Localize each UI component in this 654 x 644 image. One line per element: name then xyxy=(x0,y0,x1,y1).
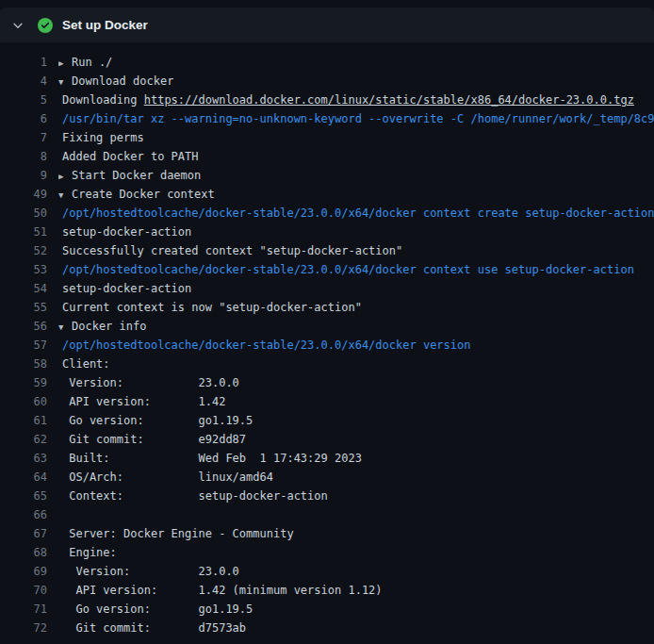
line-number[interactable]: 57 xyxy=(0,336,47,355)
triangle-down-icon[interactable]: ▼ xyxy=(58,73,68,91)
command-text: /opt/hostedtoolcache/docker-stable/23.0.… xyxy=(58,336,470,355)
log-text: API version: 1.42 (minimum version 1.12) xyxy=(58,581,383,600)
line-number[interactable]: 53 xyxy=(0,260,47,279)
line-number[interactable]: 63 xyxy=(0,449,47,468)
log-line: 71 Go version: go1.19.5 xyxy=(0,600,654,619)
line-number[interactable]: 54 xyxy=(0,279,47,298)
log-text: Server: Docker Engine - Community xyxy=(58,524,294,543)
log-line: 59 Version: 23.0.0 xyxy=(0,373,654,392)
log-text: Built: Wed Feb 1 17:43:29 2023 xyxy=(58,449,362,468)
log-text: API version: 1.42 xyxy=(58,392,225,411)
log-line: 57/opt/hostedtoolcache/docker-stable/23.… xyxy=(0,336,654,355)
line-number[interactable]: 52 xyxy=(0,241,47,260)
line-number[interactable]: 49 xyxy=(0,185,47,204)
log-line: 70 API version: 1.42 (minimum version 1.… xyxy=(0,581,654,600)
line-number[interactable]: 59 xyxy=(0,373,47,392)
line-number[interactable]: 6 xyxy=(0,109,47,128)
log-text xyxy=(58,505,62,524)
log-line: 5Downloading https://download.docker.com… xyxy=(0,91,654,109)
group-title: Create Docker context xyxy=(72,188,215,201)
log-line: 60 API version: 1.42 xyxy=(0,392,654,411)
line-number[interactable]: 58 xyxy=(0,355,47,373)
line-number[interactable]: 68 xyxy=(0,543,47,562)
log-line: 51setup-docker-action xyxy=(0,223,654,241)
log-line: 6/usr/bin/tar xz --warning=no-unknown-ke… xyxy=(0,109,654,128)
command-text: /usr/bin/tar xz --warning=no-unknown-key… xyxy=(58,109,654,128)
log-text: Context: setup-docker-action xyxy=(58,487,328,505)
line-number[interactable]: 72 xyxy=(0,619,47,637)
log-line: 66 xyxy=(0,505,654,524)
chevron-down-icon[interactable] xyxy=(11,19,25,32)
step-title: Set up Docker xyxy=(62,18,148,32)
log-line[interactable]: 1▶Run ./ xyxy=(0,53,654,72)
line-number[interactable]: 70 xyxy=(0,581,47,600)
log-line: 7Fixing perms xyxy=(0,128,654,147)
log-line: 53/opt/hostedtoolcache/docker-stable/23.… xyxy=(0,260,654,279)
log-line[interactable]: 9▶Start Docker daemon xyxy=(0,166,654,185)
log-line: 65 Context: setup-docker-action xyxy=(0,487,654,505)
line-number[interactable]: 64 xyxy=(0,468,47,487)
log-line: 62 Git commit: e92dd87 xyxy=(0,430,654,449)
log-line[interactable]: 49▼Create Docker context xyxy=(0,185,654,204)
line-number[interactable]: 1 xyxy=(0,53,47,72)
line-number[interactable]: 69 xyxy=(0,562,47,581)
log-line: 69 Version: 23.0.0 xyxy=(0,562,654,581)
line-number[interactable]: 55 xyxy=(0,298,47,317)
triangle-down-icon[interactable]: ▼ xyxy=(58,186,68,204)
log-text: OS/Arch: linux/amd64 xyxy=(58,468,273,487)
log-line[interactable]: 4▼Download docker xyxy=(0,72,654,91)
line-number[interactable]: 56 xyxy=(0,317,47,336)
line-number[interactable]: 8 xyxy=(0,147,47,166)
log-text: Fixing perms xyxy=(58,128,144,147)
line-number[interactable]: 7 xyxy=(0,128,47,147)
log-text: setup-docker-action xyxy=(58,279,191,298)
log-link[interactable]: https://download.docker.com/linux/static… xyxy=(144,93,634,107)
group-title: Run ./ xyxy=(72,56,112,69)
log-line: 63 Built: Wed Feb 1 17:43:29 2023 xyxy=(0,449,654,468)
log-text: Git commit: e92dd87 xyxy=(58,430,246,449)
log-line: 52Successfully created context "setup-do… xyxy=(0,241,654,260)
log-line[interactable]: 56▼Docker info xyxy=(0,317,654,336)
log-line: 72 Git commit: d7573ab xyxy=(0,619,654,637)
line-number[interactable]: 61 xyxy=(0,411,47,430)
step-header[interactable]: Set up Docker xyxy=(0,8,654,42)
log-text: Added Docker to PATH xyxy=(58,147,199,166)
triangle-down-icon[interactable]: ▼ xyxy=(58,318,68,336)
log-line: 64 OS/Arch: linux/amd64 xyxy=(0,468,654,487)
log-line: 58Client: xyxy=(0,355,654,373)
log-line: 50/opt/hostedtoolcache/docker-stable/23.… xyxy=(0,204,654,223)
command-text: /opt/hostedtoolcache/docker-stable/23.0.… xyxy=(58,204,654,223)
log-text: Go version: go1.19.5 xyxy=(58,411,253,430)
log-text: Current context is now "setup-docker-act… xyxy=(58,298,362,317)
line-number[interactable]: 50 xyxy=(0,204,47,223)
line-number[interactable]: 5 xyxy=(0,91,47,109)
log-text: Go version: go1.19.5 xyxy=(58,600,253,619)
log-line: 8Added Docker to PATH xyxy=(0,147,654,166)
triangle-right-icon[interactable]: ▶ xyxy=(58,54,68,72)
group-title: Docker info xyxy=(72,320,146,333)
line-number[interactable]: 60 xyxy=(0,392,47,411)
log-text: Version: 23.0.0 xyxy=(58,373,239,392)
log-line: 67 Server: Docker Engine - Community xyxy=(0,524,654,543)
line-number[interactable]: 65 xyxy=(0,487,47,505)
line-number[interactable]: 66 xyxy=(0,505,47,524)
log-line: 54setup-docker-action xyxy=(0,279,654,298)
command-text: /opt/hostedtoolcache/docker-stable/23.0.… xyxy=(58,260,634,279)
line-number[interactable]: 71 xyxy=(0,600,47,619)
success-check-icon xyxy=(38,18,53,33)
line-number[interactable]: 67 xyxy=(0,524,47,543)
log-container: 1▶Run ./4▼Download docker5Downloading ht… xyxy=(0,42,654,644)
line-number[interactable]: 4 xyxy=(0,72,47,91)
log-line: 68 Engine: xyxy=(0,543,654,562)
log-line: 55Current context is now "setup-docker-a… xyxy=(0,298,654,317)
log-text: Engine: xyxy=(58,543,117,562)
log-text: setup-docker-action xyxy=(58,223,191,241)
log-text: Successfully created context "setup-dock… xyxy=(58,241,402,260)
line-number[interactable]: 51 xyxy=(0,223,47,241)
log-line: 61 Go version: go1.19.5 xyxy=(0,411,654,430)
group-title: Start Docker daemon xyxy=(72,169,201,182)
triangle-right-icon[interactable]: ▶ xyxy=(58,167,68,185)
line-number[interactable]: 9 xyxy=(0,166,47,185)
log-text: Git commit: d7573ab xyxy=(58,619,246,637)
line-number[interactable]: 62 xyxy=(0,430,47,449)
